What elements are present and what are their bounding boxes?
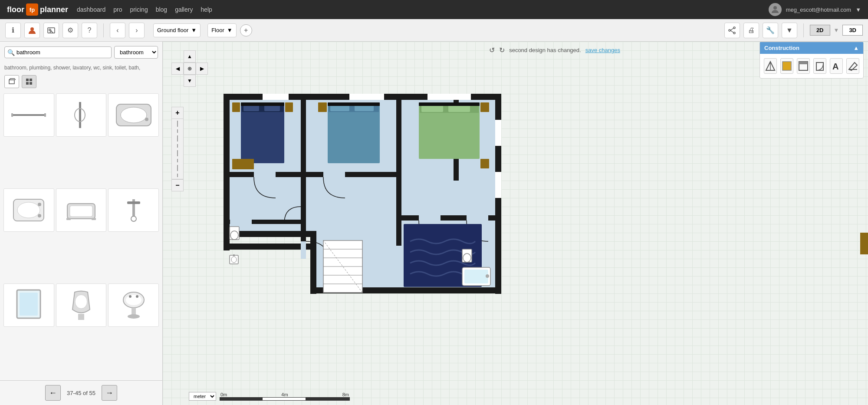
list-item[interactable]	[56, 283, 107, 327]
floor2-select[interactable]: Floor ▼	[207, 23, 237, 37]
view-3d-button[interactable]	[4, 75, 19, 88]
photos-button[interactable]	[43, 23, 59, 38]
next-floor-button[interactable]: ›	[129, 23, 145, 38]
nav-help[interactable]: help	[201, 6, 212, 13]
svg-point-25	[38, 203, 41, 206]
nav-right-button[interactable]: ▶	[196, 63, 208, 75]
next-page-button[interactable]: →	[102, 385, 117, 401]
prev-page-button[interactable]: ←	[45, 385, 61, 401]
secondary-toolbar: ℹ ⚙ ? ‹ › Ground floor ▼ Floor ▼ + 🖨 🔧 ▼…	[0, 19, 868, 42]
scale-bar-visual	[220, 397, 350, 401]
zoom-in-button[interactable]: +	[171, 107, 184, 119]
svg-point-6	[729, 30, 730, 31]
list-item[interactable]	[108, 93, 159, 137]
search-icon: 🔍	[7, 49, 15, 56]
scale-unit-select[interactable]: meter feet	[189, 392, 216, 401]
list-item[interactable]	[56, 188, 107, 232]
svg-rect-65	[419, 215, 441, 221]
nav-left-button[interactable]: ◀	[171, 63, 184, 75]
nav-down-button[interactable]: ▼	[184, 75, 196, 87]
nav-pro[interactable]: pro	[113, 6, 122, 13]
floor2-selector[interactable]: Floor ▼	[207, 23, 237, 37]
btn-3d[interactable]: 3D	[842, 25, 863, 36]
category-select[interactable]: bathroom kitchen bedroom living room	[114, 46, 158, 59]
ruler-tick	[177, 135, 178, 142]
svg-line-8	[730, 30, 733, 33]
more-button[interactable]: ▼	[782, 23, 797, 38]
svg-rect-109	[427, 94, 471, 100]
construction-collapse-icon[interactable]: ▲	[853, 45, 859, 51]
btn-2d[interactable]: 2D	[810, 25, 830, 36]
svg-rect-84	[421, 105, 443, 112]
search-input[interactable]	[15, 47, 108, 58]
svg-rect-53	[397, 287, 501, 293]
floor-selector[interactable]: Ground floor ▼	[153, 23, 201, 37]
construction-text-button[interactable]: A	[830, 58, 843, 74]
construction-wall-button[interactable]	[764, 58, 777, 74]
nav-gallery[interactable]: gallery	[175, 6, 193, 13]
scale-labels: 0m 4m 8m	[220, 392, 350, 397]
info-button[interactable]: ℹ	[5, 23, 21, 38]
add-floor-button[interactable]: +	[240, 24, 252, 36]
help-button[interactable]: ?	[82, 23, 97, 38]
list-item[interactable]	[3, 188, 54, 232]
share-button[interactable]	[724, 23, 740, 38]
floor-arrow: ▼	[191, 27, 197, 33]
redo-icon[interactable]: ↻	[499, 46, 505, 54]
svg-point-23	[17, 202, 40, 218]
svg-rect-88	[480, 159, 489, 168]
construction-door-button[interactable]	[813, 58, 826, 74]
construction-ceiling-button[interactable]	[797, 58, 810, 74]
nav-center-button[interactable]: ⊕	[184, 63, 196, 75]
svg-rect-64	[323, 172, 345, 177]
svg-rect-13	[30, 82, 32, 85]
construction-floor-button[interactable]	[780, 58, 793, 74]
svg-rect-50	[224, 244, 310, 250]
undo-icon[interactable]: ↺	[489, 46, 495, 54]
nav-pricing[interactable]: pricing	[130, 6, 148, 13]
zoom-ruler	[171, 119, 184, 179]
list-item[interactable]	[56, 93, 107, 137]
nav-up-button[interactable]: ▲	[184, 50, 196, 63]
ruler-tick	[177, 150, 178, 156]
floor-plan[interactable]	[197, 85, 501, 304]
logo-text-floor: floor	[7, 5, 24, 14]
svg-rect-117	[816, 63, 823, 70]
scale-mark-4: 4m	[281, 392, 288, 397]
print-button[interactable]: 🖨	[743, 23, 759, 38]
save-changes-link[interactable]: save changes	[585, 47, 620, 53]
wrench-button[interactable]: 🔧	[763, 23, 778, 38]
list-item[interactable]	[108, 188, 159, 232]
svg-point-32	[131, 216, 136, 221]
svg-rect-28	[66, 218, 71, 220]
list-item[interactable]	[3, 93, 54, 137]
search-tags: bathroom, plumbing, shower, lavatory, wc…	[0, 63, 162, 73]
logo[interactable]: floor fp planner	[7, 3, 68, 16]
svg-rect-31	[127, 201, 140, 204]
view-grid-button[interactable]	[22, 75, 36, 88]
user-avatar[interactable]	[769, 3, 782, 16]
construction-title: Construction	[764, 45, 799, 51]
canvas-area[interactable]: ↺ ↻ second design has changed. save chan…	[163, 42, 868, 405]
floor-label: Ground floor	[157, 27, 188, 33]
list-item[interactable]	[108, 283, 159, 327]
zoom-out-button[interactable]: −	[171, 179, 184, 191]
list-item[interactable]	[3, 283, 54, 327]
svg-rect-15	[11, 113, 13, 117]
profile-button[interactable]	[24, 23, 40, 38]
search-area: 🔍 bathroom kitchen bedroom living room	[0, 42, 162, 63]
ruler-tick	[177, 174, 178, 177]
svg-point-40	[128, 314, 140, 319]
user-dropdown-arrow[interactable]: ▼	[855, 7, 861, 13]
floor-select[interactable]: Ground floor ▼	[153, 23, 201, 37]
svg-rect-80	[328, 102, 380, 106]
nav-dashboard[interactable]: dashboard	[77, 6, 105, 13]
prev-floor-button[interactable]: ‹	[110, 23, 125, 38]
settings-button[interactable]: ⚙	[62, 23, 78, 38]
search-input-wrap: 🔍	[4, 46, 112, 58]
svg-rect-47	[224, 94, 230, 237]
nav-blog[interactable]: blog	[156, 6, 167, 13]
svg-rect-29	[92, 218, 96, 220]
top-navigation: floor fp planner dashboard pro pricing b…	[0, 0, 868, 19]
construction-eraser-button[interactable]	[846, 58, 859, 74]
